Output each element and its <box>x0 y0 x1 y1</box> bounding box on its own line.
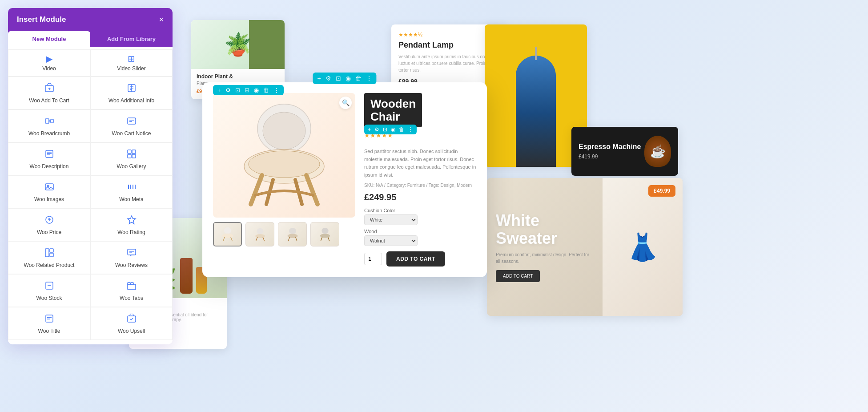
woo-meta-icon <box>127 182 137 193</box>
svg-point-45 <box>263 112 305 149</box>
zoom-icon[interactable]: 🔍 <box>339 97 352 109</box>
module-item-woo-add-to-cart[interactable]: Woo Add To Cart <box>8 77 90 109</box>
img-toolbar-delete-icon[interactable]: 🗑 <box>263 87 269 93</box>
module-item-woo-breadcrumb[interactable]: Woo Breadcrumb <box>8 109 90 142</box>
svg-rect-29 <box>45 249 49 257</box>
svg-point-65 <box>320 234 330 238</box>
svg-point-53 <box>222 234 233 238</box>
img-toolbar-duplicate-icon[interactable]: ⊡ <box>235 87 240 93</box>
module-item-woo-upsell[interactable]: Woo Upsell <box>90 307 173 340</box>
woo-breadcrumb-icon <box>44 116 54 127</box>
module-item-woo-stock[interactable]: Woo Stock <box>8 274 90 307</box>
module-label-woo-meta: Woo Meta <box>119 196 143 202</box>
svg-rect-8 <box>45 119 49 123</box>
svg-line-58 <box>256 237 257 241</box>
product-option-wood: Wood Walnut Oak Maple <box>364 229 476 246</box>
svg-point-61 <box>287 234 297 238</box>
woo-images-icon <box>44 182 54 193</box>
svg-rect-19 <box>128 154 131 158</box>
tab-new-module[interactable]: New Module <box>8 31 90 47</box>
svg-rect-30 <box>50 249 53 252</box>
img-toolbar-more-icon[interactable]: ⋮ <box>273 87 279 93</box>
module-item-woo-meta[interactable]: Woo Meta <box>90 175 173 208</box>
option-wood-select[interactable]: Walnut Oak Maple <box>364 235 418 246</box>
video-slider-icon: ⊞ <box>128 54 135 63</box>
modal-outer-toolbar: + ⚙ ⊡ ◉ 🗑 ⋮ <box>313 73 376 84</box>
title-toolbar-move-icon[interactable]: + <box>368 126 371 133</box>
title-toolbar-delete-icon[interactable]: 🗑 <box>399 126 404 133</box>
img-toolbar-columns-icon[interactable]: ⊞ <box>245 87 249 93</box>
module-item-woo-gallery[interactable]: Woo Gallery <box>90 142 173 175</box>
chair-illustration <box>235 102 333 209</box>
plant-green-bg <box>249 20 285 69</box>
toolbar-duplicate-icon[interactable]: ⊡ <box>336 75 341 82</box>
img-toolbar-settings-icon[interactable]: ⚙ <box>225 87 231 93</box>
sweater-title: White Sweater <box>496 212 594 247</box>
quantity-input[interactable] <box>364 253 382 265</box>
sweater-add-to-cart-button[interactable]: ADD TO CART <box>496 270 540 282</box>
module-item-woo-rating[interactable]: Woo Rating <box>90 208 173 241</box>
title-toolbar-duplicate-icon[interactable]: ⊡ <box>383 126 387 133</box>
module-item-woo-additional-info[interactable]: Woo Additional Info <box>90 77 173 109</box>
sweater-price-badge: £49.99 <box>648 185 675 197</box>
product-description: Sed parttitor sectus nibh. Donec sollici… <box>364 148 476 179</box>
module-item-video[interactable]: ▶ Video <box>8 49 90 77</box>
module-item-woo-title[interactable]: Woo Title <box>8 307 90 340</box>
thumbnail-3[interactable] <box>278 222 307 246</box>
product-title-bar: Wooden Chair + ⚙ ⊡ ◉ 🗑 ⋮ <box>364 93 476 127</box>
woo-price-icon <box>44 215 54 226</box>
card-plant-title: Indoor Plant & <box>197 73 279 80</box>
panel-title: Insert Module <box>17 15 66 24</box>
module-item-woo-description[interactable]: Woo Description <box>8 142 90 175</box>
espresso-title: Espresso Machine <box>579 143 641 151</box>
espresso-image: ☕ <box>644 136 671 167</box>
module-item-woo-cart-notice[interactable]: Woo Cart Notice <box>90 109 173 142</box>
toolbar-more-icon[interactable]: ⋮ <box>366 75 372 82</box>
module-item-woo-reviews[interactable]: Woo Reviews <box>90 241 173 274</box>
module-item-woo-price[interactable]: Woo Price <box>8 208 90 241</box>
espresso-price: £419.99 <box>579 153 641 160</box>
toolbar-move-icon[interactable]: + <box>317 75 321 82</box>
woo-stock-icon <box>44 281 54 292</box>
woo-gallery-icon <box>127 149 137 160</box>
img-toolbar-move-icon[interactable]: + <box>217 87 221 93</box>
add-to-cart-button[interactable]: ADD TO CART <box>386 251 445 267</box>
option-color-select[interactable]: White Black Beige <box>364 214 418 225</box>
woo-tabs-icon <box>127 281 137 292</box>
module-label-video: Video <box>42 65 56 72</box>
img-toolbar-power-icon[interactable]: ◉ <box>254 87 259 93</box>
lamp-hero-visual <box>516 56 556 167</box>
svg-rect-37 <box>128 284 136 290</box>
svg-rect-40 <box>46 315 53 322</box>
thumbnail-1[interactable] <box>213 222 242 246</box>
plant-emoji: 🪴 <box>224 32 252 57</box>
module-label-video-slider: Video Slider <box>117 65 146 72</box>
thumbnail-4[interactable] <box>310 222 339 246</box>
svg-rect-17 <box>128 150 131 153</box>
toolbar-power-icon[interactable]: ◉ <box>346 75 351 82</box>
module-item-video-slider[interactable]: ⊞ Video Slider <box>90 49 173 77</box>
svg-rect-38 <box>128 283 130 285</box>
tab-add-from-library[interactable]: Add From Library <box>90 31 173 47</box>
toolbar-delete-icon[interactable]: 🗑 <box>355 75 362 82</box>
title-toolbar-more-icon[interactable]: ⋮ <box>408 126 413 133</box>
title-toolbar-power-icon[interactable]: ◉ <box>391 126 395 133</box>
title-toolbar-settings-icon[interactable]: ⚙ <box>374 126 379 133</box>
thumbnail-2[interactable] <box>245 222 274 246</box>
module-item-woo-images[interactable]: Woo Images <box>8 175 90 208</box>
panel-close-button[interactable]: × <box>159 16 164 24</box>
product-price: £249.95 <box>364 192 476 202</box>
option-wood-label: Wood <box>364 229 476 234</box>
title-inner-toolbar: + ⚙ ⊡ ◉ 🗑 ⋮ <box>364 125 417 134</box>
woo-cart-notice-icon <box>127 116 137 127</box>
toolbar-settings-icon[interactable]: ⚙ <box>326 75 331 82</box>
product-modal: + ⚙ ⊡ ◉ 🗑 ⋮ + ⚙ ⊡ ⊞ ◉ 🗑 ⋮ <box>202 82 487 277</box>
product-title-text-2: Chair <box>370 110 400 123</box>
modal-left: + ⚙ ⊡ ⊞ ◉ 🗑 ⋮ <box>213 93 355 267</box>
svg-rect-39 <box>131 283 133 285</box>
svg-line-63 <box>295 237 297 241</box>
woo-upsell-icon <box>127 314 137 325</box>
module-item-woo-tabs[interactable]: Woo Tabs <box>90 274 173 307</box>
module-item-woo-related-product[interactable]: Woo Related Product <box>8 241 90 274</box>
module-top-row: ▶ Video ⊞ Video Slider <box>8 49 173 77</box>
